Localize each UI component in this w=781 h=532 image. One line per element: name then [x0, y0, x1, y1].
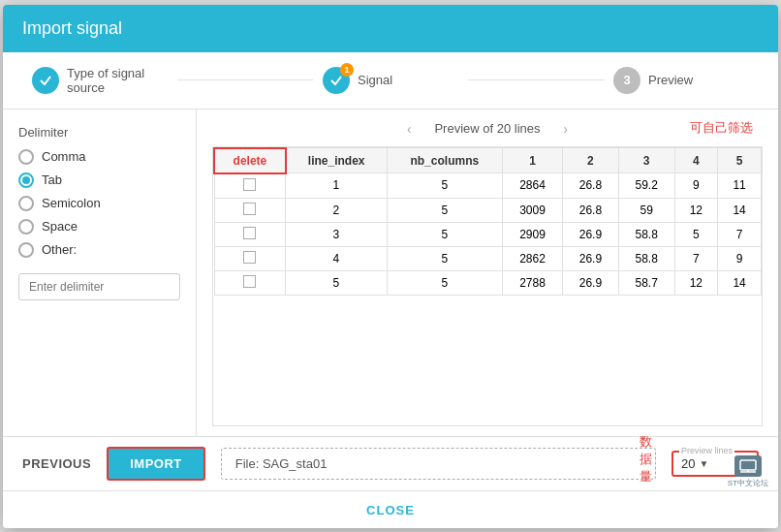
close-button[interactable]: CLOSE	[366, 503, 415, 517]
cell-c1: 2788	[502, 270, 562, 295]
cell-nb-columns: 5	[387, 246, 502, 270]
cell-c2: 26.9	[563, 270, 619, 295]
radio-other[interactable]	[18, 242, 34, 258]
checkbox-cell[interactable]	[214, 173, 286, 199]
col-1: 1	[502, 148, 562, 173]
cell-c2: 26.8	[563, 173, 619, 199]
cell-c5: 14	[718, 270, 762, 295]
dialog-body: Delimiter Comma Tab Semicolon Space	[3, 110, 778, 436]
radio-comma[interactable]	[18, 149, 34, 165]
step-1-label: Type of signal source	[67, 66, 168, 95]
cell-c3: 58.8	[618, 222, 674, 246]
table-row: 4 5 2862 26.9 58.8 7 9	[214, 246, 762, 270]
row-checkbox[interactable]	[243, 251, 256, 264]
table-row: 2 5 3009 26.8 59 12 14	[214, 198, 762, 222]
preview-lines-label: Preview lines	[679, 446, 734, 455]
cell-c3: 58.8	[618, 246, 674, 270]
col-4: 4	[674, 148, 718, 173]
file-label: File: SAG_sta01	[221, 448, 656, 480]
cell-c4: 12	[674, 270, 718, 295]
cell-line-index: 1	[286, 173, 387, 199]
option-space[interactable]: Space	[18, 219, 180, 235]
footer-annotation: 数据量	[640, 433, 652, 485]
step-1-circle	[32, 67, 59, 94]
main-content: ‹ Preview of 20 lines › 可自己筛选 delete lin…	[197, 110, 778, 436]
previous-button[interactable]: PREVIOUS	[22, 456, 91, 471]
cell-nb-columns: 5	[387, 173, 502, 199]
col-line-index: line_index	[286, 148, 387, 173]
col-nb-columns: nb_columns	[387, 148, 502, 173]
cell-line-index: 4	[286, 246, 387, 270]
label-other: Other:	[42, 242, 77, 257]
option-tab[interactable]: Tab	[18, 172, 180, 188]
table-header-row: delete line_index nb_columns 1 2 3 4 5	[214, 148, 762, 173]
dropdown-arrow-icon: ▼	[699, 458, 708, 469]
preview-title: Preview of 20 lines	[434, 121, 540, 136]
checkbox-cell[interactable]	[214, 198, 286, 222]
preview-header: ‹ Preview of 20 lines › 可自己筛选	[212, 119, 763, 139]
preview-annotation: 可自己筛选	[690, 119, 753, 137]
radio-semicolon[interactable]	[18, 196, 34, 211]
checkbox-cell[interactable]	[214, 270, 286, 295]
option-other[interactable]: Other:	[18, 242, 180, 258]
cell-c5: 14	[718, 198, 762, 222]
col-3: 3	[618, 148, 674, 173]
checkbox-cell[interactable]	[214, 222, 286, 246]
delimiter-title: Delimiter	[18, 125, 180, 140]
cell-c5: 7	[718, 222, 762, 246]
option-semicolon[interactable]: Semicolon	[18, 196, 180, 211]
radio-space[interactable]	[18, 219, 34, 235]
step-3: 3 Preview	[613, 67, 749, 94]
label-tab: Tab	[42, 172, 62, 187]
import-button[interactable]: IMPORT	[107, 447, 205, 481]
preview-table: delete line_index nb_columns 1 2 3 4 5 1	[213, 147, 762, 296]
step-1: Type of signal source	[32, 66, 168, 95]
preview-table-wrapper: delete line_index nb_columns 1 2 3 4 5 1	[212, 146, 763, 426]
label-semicolon: Semicolon	[42, 196, 101, 210]
import-signal-dialog: Import signal Type of signal source 1 Si…	[3, 5, 778, 528]
step-2-badge: 1	[340, 63, 354, 77]
sidebar: Delimiter Comma Tab Semicolon Space	[3, 110, 197, 436]
cell-c1: 3009	[502, 198, 562, 222]
cell-c2: 26.9	[563, 222, 619, 246]
next-page-button[interactable]: ›	[556, 119, 576, 139]
cell-line-index: 2	[286, 198, 387, 222]
checkbox-cell[interactable]	[214, 246, 286, 270]
row-checkbox[interactable]	[243, 227, 256, 239]
table-row: 5 5 2788 26.9 58.7 12 14	[214, 270, 762, 295]
option-comma[interactable]: Comma	[18, 149, 180, 165]
col-5: 5	[718, 148, 762, 173]
radio-tab[interactable]	[18, 172, 34, 188]
cell-nb-columns: 5	[387, 198, 502, 222]
cell-line-index: 3	[286, 222, 387, 246]
watermark: ST中文论坛	[728, 455, 768, 488]
col-delete: delete	[214, 148, 286, 173]
dialog-footer: PREVIOUS IMPORT File: SAG_sta01 数据量 Prev…	[3, 436, 778, 490]
cell-line-index: 5	[286, 270, 387, 295]
dialog-title: Import signal	[22, 18, 122, 38]
table-row: 1 5 2864 26.8 59.2 9 11	[214, 173, 762, 199]
dialog-close-bar: CLOSE	[3, 490, 778, 528]
cell-c1: 2862	[502, 246, 562, 270]
delimiter-input[interactable]	[18, 273, 180, 300]
cell-c4: 5	[674, 222, 718, 246]
prev-page-button[interactable]: ‹	[399, 119, 419, 139]
label-space: Space	[42, 219, 78, 234]
stepper: Type of signal source 1 Signal 3 Preview	[3, 52, 778, 110]
cell-c3: 59.2	[618, 173, 674, 199]
cell-c2: 26.9	[563, 246, 619, 270]
step-3-label: Preview	[648, 73, 693, 87]
step-2: 1 Signal	[323, 67, 458, 94]
col-2: 2	[563, 148, 619, 173]
step-line-2	[468, 79, 604, 80]
step-3-number: 3	[623, 73, 630, 87]
cell-c4: 12	[674, 198, 718, 222]
delimiter-options: Comma Tab Semicolon Space Other:	[18, 149, 180, 258]
row-checkbox[interactable]	[243, 275, 256, 288]
row-checkbox[interactable]	[243, 203, 256, 215]
cell-c1: 2909	[502, 222, 562, 246]
cell-nb-columns: 5	[387, 222, 502, 246]
step-3-circle: 3	[613, 67, 640, 94]
cell-c3: 58.7	[618, 270, 674, 295]
row-checkbox[interactable]	[243, 178, 256, 191]
